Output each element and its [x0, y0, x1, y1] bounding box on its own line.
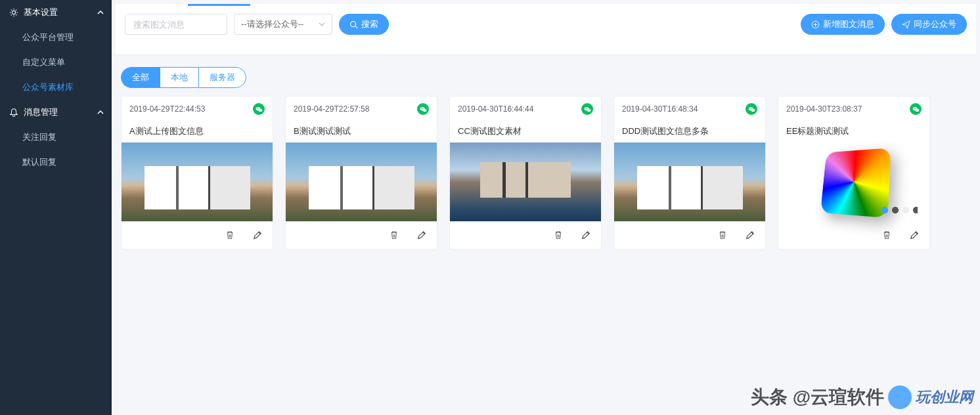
nav-item[interactable]: 自定义菜单	[0, 50, 112, 75]
material-card[interactable]: 2019-04-29T22:44:53A测试上传图文信息	[121, 96, 273, 250]
card-title: A测试上传图文信息	[122, 121, 273, 142]
edit-button[interactable]	[581, 230, 590, 240]
nav-item[interactable]: 关注回复	[0, 125, 112, 150]
material-card[interactable]: 2019-04-30T16:44:44CC测试图文素材	[449, 96, 602, 250]
svg-point-34	[916, 109, 917, 110]
chevron-up-icon	[97, 109, 104, 116]
svg-point-21	[587, 108, 587, 108]
send-icon	[902, 20, 910, 29]
card-title: DDD测试图文信息多条	[614, 121, 765, 142]
card-thumbnail	[450, 142, 601, 221]
card-footer	[286, 221, 437, 249]
svg-point-17	[424, 109, 425, 110]
edit-button[interactable]	[910, 230, 919, 240]
svg-point-35	[917, 109, 918, 110]
svg-point-11	[260, 109, 261, 110]
card-title: CC测试图文素材	[450, 121, 601, 142]
gear-icon	[9, 8, 18, 17]
svg-point-29	[753, 109, 753, 110]
svg-point-8	[257, 108, 257, 108]
delete-button[interactable]	[390, 230, 399, 240]
search-input[interactable]	[125, 14, 227, 35]
trash-icon	[882, 230, 891, 240]
wechat-icon	[910, 103, 922, 115]
card-thumbnail	[122, 142, 273, 221]
delete-button[interactable]	[718, 230, 727, 240]
card-header: 2019-04-29T22:44:53	[122, 97, 273, 121]
svg-point-25	[751, 108, 755, 111]
chevron-down-icon	[319, 21, 325, 28]
edit-button[interactable]	[253, 230, 262, 240]
card-thumbnail	[778, 142, 929, 221]
svg-point-20	[585, 108, 586, 108]
add-article-button[interactable]: 新增图文消息	[801, 14, 885, 35]
nav-group-header[interactable]: 消息管理	[0, 100, 112, 125]
card-title: EE标题测试测试	[778, 121, 929, 142]
card-timestamp: 2019-04-30T16:44:44	[458, 104, 533, 114]
wechat-icon	[746, 103, 757, 115]
svg-point-10	[259, 109, 260, 110]
svg-point-7	[258, 108, 262, 111]
svg-point-1	[351, 21, 356, 26]
svg-point-16	[424, 109, 424, 110]
add-article-label: 新增图文消息	[823, 18, 874, 30]
select-placeholder: --请选择公众号--	[241, 18, 303, 30]
nav-item[interactable]: 公众号素材库	[0, 75, 112, 100]
filter-tab[interactable]: 服务器	[198, 67, 246, 88]
card-title: B测试测试测试	[286, 121, 437, 142]
pencil-icon	[417, 230, 426, 240]
watermark-logo-icon	[888, 385, 912, 409]
search-button[interactable]: 搜索	[339, 14, 389, 35]
filter-tabs: 全部本地服务器	[121, 67, 246, 88]
toolbar: --请选择公众号-- 搜索 新增图文消息 同步公众号	[116, 4, 976, 55]
plus-circle-icon	[811, 20, 820, 29]
bell-icon	[9, 108, 18, 117]
card-footer	[778, 221, 929, 249]
pencil-icon	[910, 230, 919, 240]
card-header: 2019-04-30T23:08:37	[778, 97, 929, 121]
svg-point-26	[749, 108, 750, 108]
card-footer	[122, 221, 273, 249]
watermark-text-2: 玩创业网	[916, 387, 973, 407]
wechat-icon	[253, 103, 265, 115]
delete-button[interactable]	[882, 230, 891, 240]
wechat-icon	[581, 103, 593, 115]
svg-point-31	[915, 108, 919, 111]
nav-group-label: 基本设置	[24, 7, 58, 18]
svg-point-32	[914, 108, 914, 108]
card-timestamp: 2019-04-30T16:48:34	[622, 104, 698, 114]
sync-account-label: 同步公众号	[914, 18, 956, 30]
card-thumbnail	[614, 142, 765, 221]
nav-item[interactable]: 默认回复	[0, 150, 112, 175]
nav-group-label: 消息管理	[24, 106, 58, 118]
material-card[interactable]: 2019-04-30T23:08:37EE标题测试测试	[778, 96, 930, 250]
filter-tab[interactable]: 本地	[160, 67, 198, 88]
material-card[interactable]: 2019-04-29T22:57:58B测试测试测试	[285, 96, 437, 250]
delete-button[interactable]	[554, 230, 563, 240]
delete-button[interactable]	[225, 230, 234, 240]
sync-account-button[interactable]: 同步公众号	[891, 14, 967, 35]
account-select[interactable]: --请选择公众号--	[234, 14, 332, 35]
svg-line-2	[355, 26, 357, 28]
material-card[interactable]: 2019-04-30T16:48:34DDD测试图文信息多条	[613, 96, 766, 250]
svg-point-14	[421, 108, 422, 108]
card-timestamp: 2019-04-29T22:44:53	[129, 104, 205, 114]
card-header: 2019-04-30T16:44:44	[450, 97, 601, 121]
main-content: --请选择公众号-- 搜索 新增图文消息 同步公众号 全部本地服务器 201	[112, 0, 980, 415]
pencil-icon	[253, 230, 262, 240]
svg-point-13	[422, 108, 426, 111]
svg-point-33	[915, 108, 916, 108]
search-icon	[349, 20, 358, 29]
trash-icon	[718, 230, 727, 240]
card-header: 2019-04-29T22:57:58	[286, 97, 437, 121]
svg-point-9	[258, 108, 259, 108]
trash-icon	[225, 230, 234, 240]
filter-tab[interactable]: 全部	[121, 67, 160, 88]
card-timestamp: 2019-04-29T22:57:58	[294, 104, 369, 114]
edit-button[interactable]	[746, 230, 755, 240]
svg-point-15	[422, 108, 423, 108]
watermark: 头条 @云瑄软件 玩创业网	[751, 385, 973, 410]
nav-item[interactable]: 公众平台管理	[0, 25, 112, 50]
edit-button[interactable]	[417, 230, 426, 240]
nav-group-header[interactable]: 基本设置	[0, 0, 112, 25]
